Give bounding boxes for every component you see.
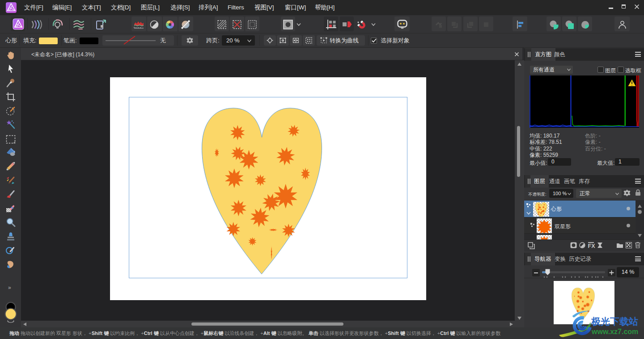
svg-text:极光下载站: 极光下载站	[591, 316, 638, 326]
svg-text:www.xz7.com: www.xz7.com	[591, 328, 638, 335]
svg-text:FX: FX	[588, 243, 596, 249]
